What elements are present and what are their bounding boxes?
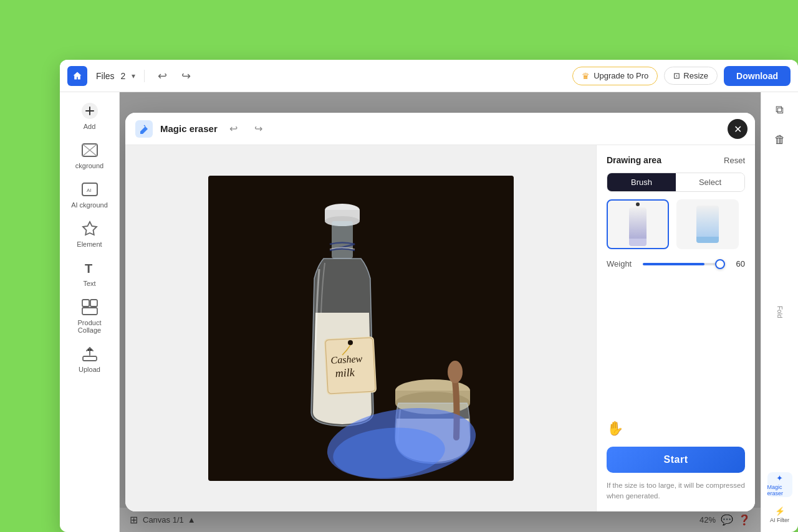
ai-background-icon: AI (80, 179, 100, 199)
modal-hint-text: If the size is too large, it will be com… (607, 480, 745, 502)
cursor-indicator: ✋ (607, 420, 745, 437)
brush-option-brush[interactable] (607, 199, 669, 249)
modal-body: Cashew milk (125, 145, 755, 511)
sidebar-item-add-label: Add (84, 123, 96, 130)
resize-icon: ⊡ (673, 71, 680, 80)
delete-icon[interactable]: 🗑 (767, 127, 792, 152)
sidebar-item-element-label: Element (77, 240, 102, 248)
app-window: Files 2 ▾ ↩ ↪ ♛ Upgrade to Pro ⊡ Resize … (60, 60, 798, 532)
tool-tabs: Brush Select (607, 173, 745, 192)
drawing-area-header: Drawing area Reset (607, 155, 745, 165)
svg-rect-18 (325, 338, 375, 394)
sidebar-item-product-collage[interactable]: Product Collage (65, 293, 115, 338)
weight-row: Weight 60 (607, 259, 745, 268)
sidebar-item-ai-background[interactable]: AI AI ckground (65, 176, 115, 212)
weight-value: 60 (730, 259, 745, 268)
svg-text:AI: AI (87, 188, 92, 193)
weight-track-fill (643, 263, 704, 265)
drawing-area-title: Drawing area (607, 155, 661, 165)
modal-spacer (607, 276, 745, 411)
divider (144, 70, 145, 82)
svg-point-19 (348, 340, 353, 345)
ai-filter-icon[interactable]: ⚡ AI Filter (767, 502, 792, 527)
magic-eraser-icon (135, 120, 153, 138)
weight-label: Weight (607, 259, 638, 268)
sidebar-item-background[interactable]: ckground (65, 136, 115, 173)
start-button[interactable]: Start (607, 447, 745, 473)
collage-icon (80, 297, 100, 317)
cashew-milk-image: Cashew milk (208, 176, 514, 481)
modal-tool-name: Magic eraser (160, 123, 218, 134)
sidebar-item-background-label: ckground (75, 162, 103, 169)
copy-icon[interactable]: ⧉ (767, 97, 792, 122)
files-label: Files (96, 71, 115, 81)
weight-thumb[interactable] (715, 259, 725, 269)
reset-button[interactable]: Reset (724, 156, 745, 165)
sidebar-item-element[interactable]: Element (65, 215, 115, 252)
weight-slider[interactable] (643, 263, 725, 265)
brush-option-highlighter[interactable] (676, 199, 739, 249)
upload-icon (80, 344, 100, 364)
highlighter-icon (696, 206, 719, 243)
highlighter-bottom (696, 237, 719, 243)
modal-right-panel: Drawing area Reset Brush Select (596, 145, 755, 511)
home-icon (72, 71, 82, 81)
sidebar-item-collage-label: Product Collage (67, 319, 112, 334)
left-sidebar: Add ckground AI AI ckground Element (60, 92, 120, 532)
sidebar-item-text-label: Text (83, 280, 95, 287)
sidebar-item-upload-label: Upload (79, 366, 100, 373)
home-button[interactable] (67, 66, 87, 86)
svg-rect-16 (332, 221, 353, 259)
content-area: Add ckground AI AI ckground Element (60, 92, 798, 532)
topbar: Files 2 ▾ ↩ ↪ ♛ Upgrade to Pro ⊡ Resize … (60, 60, 798, 92)
download-button[interactable]: Download (724, 66, 791, 86)
modal-close-button[interactable]: ✕ (728, 119, 748, 139)
svg-text:Cashew: Cashew (330, 353, 363, 366)
sidebar-item-text[interactable]: T Text (65, 254, 115, 291)
brush-icon (629, 202, 647, 246)
svg-rect-7 (82, 300, 89, 306)
svg-rect-10 (83, 356, 97, 361)
brush-bottom (629, 239, 647, 246)
modal-canvas[interactable]: Cashew milk (125, 145, 596, 511)
magic-eraser-right-icon[interactable]: ✦ Magic eraser (767, 472, 792, 497)
element-icon (80, 219, 100, 239)
chevron-down-icon[interactable]: ▾ (132, 72, 135, 80)
brush-tip (636, 202, 640, 206)
sidebar-item-add[interactable]: Add (65, 97, 115, 134)
svg-rect-9 (82, 308, 97, 315)
modal-redo-button[interactable]: ↪ (250, 120, 267, 138)
undo-button[interactable]: ↩ (153, 67, 171, 85)
redo-button[interactable]: ↪ (177, 67, 195, 85)
upgrade-to-pro-button[interactable]: ♛ Upgrade to Pro (572, 67, 658, 85)
sidebar-item-upload[interactable]: Upload (65, 340, 115, 377)
svg-point-25 (448, 361, 463, 383)
tab-select[interactable]: Select (676, 173, 744, 191)
text-icon: T (80, 258, 100, 278)
sidebar-item-ai-bg-label: AI ckground (71, 201, 108, 209)
plus-icon (80, 101, 100, 121)
resize-button[interactable]: ⊡ Resize (664, 67, 718, 85)
fold-label[interactable]: Fold (776, 306, 783, 318)
brush-previews (607, 199, 745, 249)
svg-text:milk: milk (335, 366, 355, 380)
file-count: 2 (121, 71, 126, 81)
tab-brush[interactable]: Brush (607, 173, 676, 191)
background-icon (80, 140, 100, 160)
svg-rect-8 (90, 300, 97, 306)
right-panel-partial: ⧉ 🗑 Fold ✦ Magic eraser ⚡ AI Filter (761, 92, 798, 532)
image-container: Cashew milk (208, 176, 514, 481)
magic-eraser-modal: Magic eraser ↩ ↪ ✕ (125, 113, 755, 511)
svg-text:T: T (85, 262, 92, 275)
upgrade-label: Upgrade to Pro (594, 71, 648, 80)
crown-icon: ♛ (582, 71, 590, 81)
resize-label: Resize (683, 71, 708, 80)
modal-topbar: Magic eraser ↩ ↪ ✕ (125, 113, 755, 145)
canvas-area[interactable]: Magic eraser ↩ ↪ ✕ (120, 92, 761, 532)
brush-body (629, 207, 647, 239)
modal-undo-button[interactable]: ↩ (225, 120, 243, 138)
highlighter-body (696, 206, 719, 237)
modal-overlay: Magic eraser ↩ ↪ ✕ (120, 92, 761, 532)
